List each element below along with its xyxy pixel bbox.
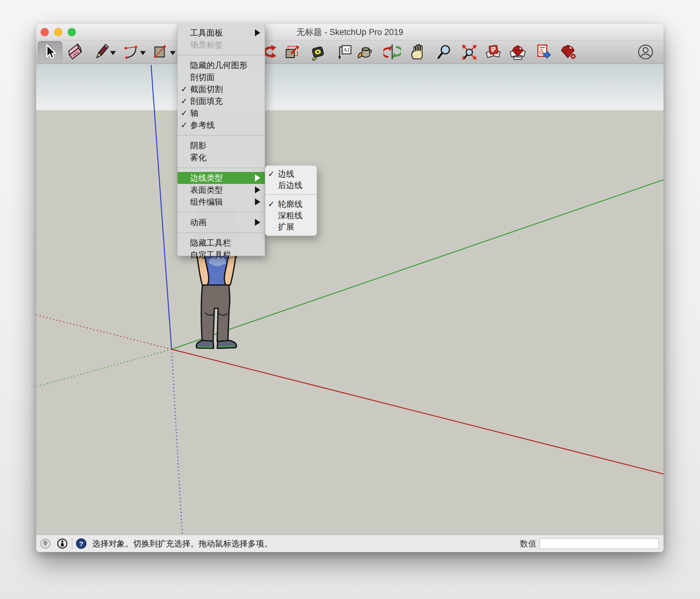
- zoom-extents-tool[interactable]: [460, 43, 478, 61]
- view-menu-item-label: 隐藏的几何图形: [190, 60, 247, 71]
- scale-tool[interactable]: [283, 43, 301, 61]
- pencil-icon: [93, 43, 110, 61]
- check-icon: ✓: [179, 85, 190, 94]
- account-button[interactable]: [637, 43, 654, 61]
- submenu-arrow-icon: [255, 187, 260, 193]
- view-menu-item-label: 组件编辑: [190, 196, 223, 208]
- tape-measure-icon: [309, 43, 327, 61]
- view-menu-item-8[interactable]: ✓参考线: [177, 119, 265, 131]
- line-tool-dropdown[interactable]: [110, 51, 116, 55]
- arc-tool-dropdown[interactable]: [140, 51, 146, 55]
- green-axis-dotted: [36, 349, 172, 387]
- edge-submenu-item-1[interactable]: 后边线: [265, 179, 317, 191]
- measurement-input[interactable]: [540, 538, 659, 549]
- model-credits-button[interactable]: [57, 538, 68, 549]
- scale-icon: [283, 43, 301, 61]
- person-info-icon: [57, 538, 68, 549]
- view-menu-item-6[interactable]: ✓剖面填充: [177, 95, 265, 107]
- submenu-arrow-icon: [255, 29, 260, 36]
- maximize-button[interactable]: [68, 28, 76, 36]
- submenu-arrow-icon: [255, 174, 260, 182]
- tape-measure-tool[interactable]: [309, 43, 327, 61]
- view-menu-item-10[interactable]: 阴影: [177, 140, 265, 151]
- edge-submenu-item-label: 边线: [278, 168, 294, 179]
- view-menu-item-1: 场景标签: [177, 39, 265, 51]
- edge-submenu-item-label: 后边线: [278, 180, 302, 191]
- arc-icon: [122, 43, 140, 61]
- view-menu-item-13[interactable]: 边线类型: [177, 172, 265, 184]
- view-menu-item-label: 参考线: [190, 120, 215, 131]
- help-icon: ?: [76, 538, 87, 549]
- edge-submenu-item-label: 扩展: [278, 221, 294, 233]
- view-menu-item-17[interactable]: 动画: [177, 216, 265, 228]
- submenu-arrow-icon: [255, 219, 260, 226]
- traffic-lights: [41, 28, 76, 36]
- geolocation-button[interactable]: [40, 538, 51, 549]
- send-to-layout[interactable]: [534, 43, 552, 61]
- dimension-tool[interactable]: A1: [335, 43, 353, 61]
- view-menu-item-5[interactable]: ✓截面切割: [177, 83, 265, 95]
- view-menu-item-label: 场景标签: [190, 39, 223, 50]
- edge-submenu-item-4[interactable]: 深粗线: [265, 210, 317, 221]
- modeling-viewport[interactable]: [36, 64, 664, 535]
- toolbar: pink: [36, 40, 664, 64]
- status-message: 选择对象。切换到扩充选择。拖动鼠标选择多项。: [92, 538, 272, 549]
- eraser-icon: pink: [67, 43, 84, 61]
- close-button[interactable]: [41, 28, 49, 36]
- pan-tool[interactable]: [409, 43, 426, 61]
- edge-style-submenu: ✓边线后边线✓轮廓线深粗线扩展: [265, 165, 317, 236]
- line-tool[interactable]: [93, 43, 110, 61]
- view-menu-item-11[interactable]: 雾化: [177, 151, 265, 164]
- view-menu-item-3[interactable]: 隐藏的几何图形: [177, 59, 265, 71]
- view-menu-item-label: 隐藏工具栏: [190, 237, 231, 248]
- view-menu-item-label: 雾化: [190, 152, 206, 163]
- orbit-tool[interactable]: [383, 43, 401, 61]
- extension-warehouse[interactable]: [509, 43, 527, 61]
- magnifier-icon: [435, 43, 453, 61]
- extension-manager[interactable]: [559, 43, 577, 61]
- view-menu-item-label: 边线类型: [190, 173, 223, 184]
- titlebar[interactable]: 无标题 - SketchUp Pro 2019: [36, 24, 664, 40]
- svg-text:?: ?: [79, 540, 83, 547]
- red-axis-solid: [172, 349, 664, 474]
- view-menu-item-label: 动画: [190, 217, 206, 228]
- view-menu-item-0[interactable]: 工具面板: [177, 27, 265, 39]
- blue-axis-solid: [151, 65, 172, 349]
- hand-icon: [409, 43, 426, 61]
- view-menu-item-20[interactable]: 自定工具栏...: [177, 249, 265, 261]
- view-menu-item-15[interactable]: 组件编辑: [177, 196, 265, 208]
- paint-bucket-icon: [357, 43, 374, 61]
- minimize-button[interactable]: [54, 28, 62, 36]
- scene-graphics: [36, 64, 664, 535]
- eraser-tool[interactable]: pink: [67, 43, 84, 61]
- edge-submenu-item-3[interactable]: ✓轮廓线: [265, 198, 317, 210]
- measurement-label: 数值: [520, 538, 536, 549]
- check-icon: ✓: [179, 96, 190, 106]
- shape-tool-dropdown[interactable]: [170, 51, 176, 55]
- cursor-icon: [47, 45, 55, 58]
- shape-tool[interactable]: [151, 43, 169, 61]
- red-axis-dotted: [36, 315, 172, 349]
- edge-submenu-item-5[interactable]: 扩展: [265, 221, 317, 233]
- view-menu-item-7[interactable]: ✓轴: [177, 107, 265, 119]
- orbit-icon: [383, 43, 401, 61]
- edge-submenu-item-label: 轮廓线: [278, 199, 302, 210]
- account-icon: [637, 43, 654, 61]
- check-icon: ✓: [179, 120, 190, 130]
- help-button[interactable]: ?: [76, 538, 87, 549]
- dimension-icon: A1: [335, 43, 353, 61]
- view-menu-item-4[interactable]: 剖切面: [177, 71, 265, 83]
- view-menu-item-14[interactable]: 表面类型: [177, 184, 265, 196]
- zoom-tool[interactable]: [435, 43, 453, 61]
- view-menu-item-label: 剖切面: [190, 72, 215, 83]
- edge-submenu-separator: [265, 191, 317, 198]
- extension-manager-icon: [559, 43, 577, 61]
- check-icon: ✓: [179, 108, 190, 118]
- paint-bucket-tool[interactable]: [357, 43, 374, 61]
- select-tool[interactable]: [41, 43, 58, 61]
- view-menu-item-label: 轴: [190, 108, 198, 119]
- edge-submenu-item-0[interactable]: ✓边线: [265, 168, 317, 179]
- arc-tool[interactable]: [122, 43, 140, 61]
- 3d-warehouse[interactable]: [484, 43, 502, 61]
- view-menu-item-19[interactable]: 隐藏工具栏: [177, 237, 265, 249]
